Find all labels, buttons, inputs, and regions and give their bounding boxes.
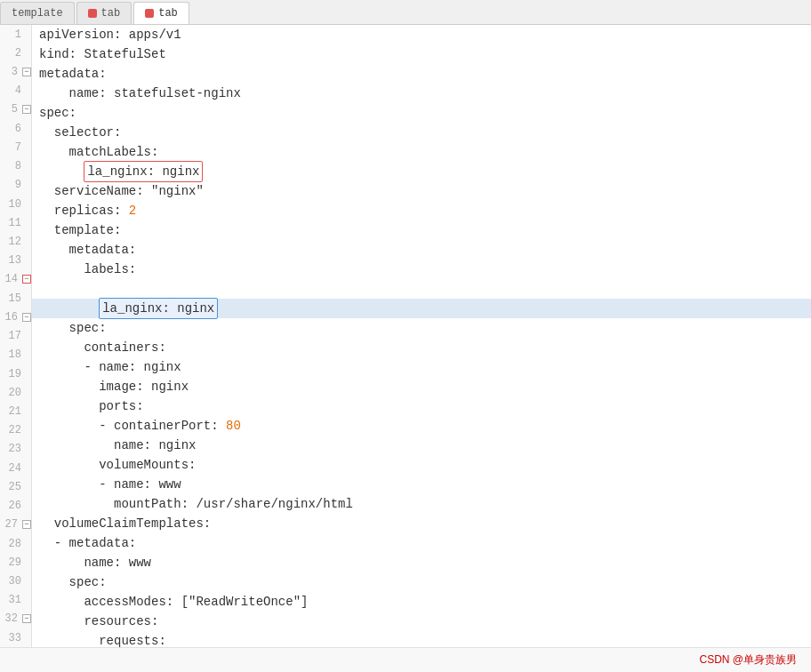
code-area: 1 2 3 − 4 5 − 6 — [0, 25, 811, 647]
tab-3[interactable]: tab — [133, 2, 189, 24]
line-num-row-5: 5 − — [0, 100, 31, 119]
code-line-25: mountPath: /usr/share/nginx/html — [32, 494, 811, 514]
code-text-9: serviceName: "nginx" — [39, 181, 204, 201]
line-num-row-32: 32 − — [0, 610, 31, 628]
fold-icon-32[interactable]: − — [22, 614, 31, 623]
tab-bar: template tab tab — [0, 0, 811, 25]
code-line-23: volumeMounts: — [32, 455, 811, 475]
line-num-27: 27 — [0, 518, 21, 531]
line-num-row-9: 9 — [0, 176, 31, 195]
code-text-2: kind: StatefulSet — [39, 44, 166, 64]
code-text-15: la_nginx: nginx — [39, 298, 218, 319]
code-text-16: spec: — [39, 318, 107, 338]
tab-icon-red-2 — [145, 9, 154, 18]
line-num-20: 20 — [0, 387, 25, 399]
fold-icon-14[interactable]: − — [22, 275, 31, 284]
line-num-row-27: 27 − — [0, 516, 31, 534]
tab-2[interactable]: tab — [76, 2, 132, 24]
code-text-30: accessModes: ["ReadWriteOnce"] — [39, 592, 308, 612]
code-line-10: replicas: 2 — [32, 201, 811, 220]
line-num-1: 1 — [0, 28, 25, 41]
code-line-30: accessModes: ["ReadWriteOnce"] — [32, 592, 811, 612]
line-num-row-2: 2 — [0, 44, 31, 62]
code-text-3: metadata: — [39, 64, 107, 84]
line-num-row-8: 8 — [0, 157, 31, 176]
code-line-12: metadata: — [32, 240, 811, 260]
line-num-row-20: 20 — [0, 383, 31, 402]
code-text-17: containers: — [39, 338, 166, 357]
label-box-red: la_nginx: nginx — [84, 161, 203, 182]
line-num-26: 26 — [0, 500, 25, 512]
line-num-row-24: 24 — [0, 459, 31, 477]
line-num-28: 28 — [0, 538, 25, 550]
code-line-29: spec: — [32, 572, 811, 592]
line-num-7: 7 — [0, 141, 25, 154]
code-text-13: labels: — [39, 260, 136, 279]
fold-icon-5[interactable]: − — [22, 105, 31, 114]
line-num-2: 2 — [0, 47, 25, 60]
code-text-19: image: nginx — [39, 377, 189, 396]
line-num-33: 33 — [0, 632, 25, 644]
code-text-24: - name: www — [39, 475, 181, 494]
code-content[interactable]: apiVersion: apps/v1 kind: StatefulSet me… — [32, 25, 811, 647]
line-num-22: 22 — [0, 424, 25, 436]
code-text-28: name: www — [39, 553, 151, 572]
line-num-18: 18 — [0, 348, 25, 361]
watermark: CSDN @单身贵族男 — [699, 652, 797, 668]
line-num-row-13: 13 — [0, 252, 31, 270]
line-numbers: 1 2 3 − 4 5 − 6 — [0, 25, 32, 647]
line-num-5: 5 — [0, 103, 21, 116]
line-num-3: 3 — [0, 66, 21, 78]
line-num-17: 17 — [0, 330, 25, 342]
line-num-31: 31 — [0, 594, 25, 606]
code-line-4: name: statefulset-nginx — [32, 84, 811, 103]
line-num-row-28: 28 — [0, 534, 31, 553]
line-num-row-11: 11 — [0, 213, 31, 232]
code-line-13: labels: — [32, 260, 811, 279]
editor-container: template tab tab 1 2 3 − — [0, 0, 811, 672]
code-text-8: la_nginx: nginx — [39, 161, 203, 182]
code-line-17: containers: — [32, 338, 811, 357]
tab-3-label: tab — [158, 7, 178, 20]
code-text-21: - containerPort: 80 — [39, 416, 241, 436]
fold-icon-3[interactable]: − — [22, 68, 31, 76]
line-num-row-14: 14 − — [0, 270, 31, 289]
line-num-row-21: 21 — [0, 402, 31, 420]
code-line-1: apiVersion: apps/v1 — [32, 25, 811, 44]
line-num-21: 21 — [0, 405, 25, 418]
line-num-4: 4 — [0, 84, 25, 97]
code-text-23: volumeMounts: — [39, 455, 196, 475]
code-text-1: apiVersion: apps/v1 — [39, 25, 181, 44]
line-num-15: 15 — [0, 292, 25, 305]
line-num-6: 6 — [0, 123, 25, 135]
line-num-row-29: 29 — [0, 553, 31, 572]
code-line-18: - name: nginx — [32, 357, 811, 377]
line-num-14: 14 — [0, 273, 21, 285]
line-num-19: 19 — [0, 368, 25, 380]
code-text-18: - name: nginx — [39, 357, 181, 377]
code-line-27: - metadata: — [32, 533, 811, 553]
line-num-row-25: 25 — [0, 477, 31, 496]
line-num-row-7: 7 — [0, 138, 31, 156]
code-line-21: - containerPort: 80 — [32, 416, 811, 436]
code-line-6: selector: — [32, 123, 811, 142]
code-line-22: name: nginx — [32, 436, 811, 455]
code-text-5: spec: — [39, 103, 76, 123]
line-num-row-12: 12 — [0, 232, 31, 251]
line-num-row-31: 31 — [0, 591, 31, 610]
line-num-row-22: 22 — [0, 421, 31, 440]
code-line-9: serviceName: "nginx" — [32, 181, 811, 201]
line-num-30: 30 — [0, 575, 25, 588]
line-num-23: 23 — [0, 443, 25, 455]
footer-bar: CSDN @单身贵族男 — [0, 647, 811, 672]
code-line-5: spec: — [32, 103, 811, 123]
code-line-24: - name: www — [32, 475, 811, 494]
code-text-29: spec: — [39, 572, 107, 592]
line-num-row-16: 16 − — [0, 308, 31, 326]
code-line-19: image: nginx — [32, 377, 811, 396]
fold-icon-16[interactable]: − — [22, 313, 31, 322]
fold-icon-27[interactable]: − — [22, 520, 31, 529]
line-num-row-30: 30 — [0, 572, 31, 590]
code-line-11: template: — [32, 220, 811, 240]
tab-template[interactable]: template — [0, 2, 75, 24]
